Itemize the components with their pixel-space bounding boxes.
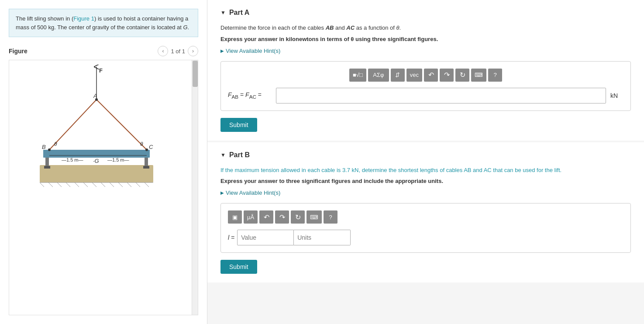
scroll-thumb <box>193 61 198 87</box>
svg-text:—1.5 m—: —1.5 m— <box>62 157 83 162</box>
scroll-bar[interactable] <box>192 60 198 315</box>
right-panel: ▼ Part A Determine the force in each of … <box>207 0 644 324</box>
svg-line-10 <box>110 183 114 187</box>
part-b-reload-btn[interactable]: ↻ <box>291 210 305 224</box>
svg-line-7 <box>83 183 88 187</box>
svg-line-11 <box>118 183 123 187</box>
part-a-header: ▼ Part A <box>220 9 631 17</box>
arrows-btn[interactable]: ⇵ <box>391 69 405 82</box>
part-b-instructions: Express your answer to three significant… <box>220 178 631 184</box>
value-input[interactable] <box>237 230 294 245</box>
svg-text:—1.5 m—: —1.5 m— <box>107 157 129 162</box>
svg-line-22 <box>96 100 147 150</box>
part-a-answer-box: ■√□ ΑΣφ ⇵ vec ↶ ↷ ↻ ⌨ ? FAB = FAC = kN <box>220 61 631 111</box>
svg-text:θ: θ <box>140 141 143 147</box>
figure-link[interactable]: Figure 1 <box>73 15 94 22</box>
figure-nav: ‹ 1 of 1 › <box>158 46 198 56</box>
figure-prev-btn[interactable]: ‹ <box>158 46 168 56</box>
svg-rect-18 <box>44 166 50 169</box>
part-b-answer-box: ▣ μÅ ↶ ↷ ↻ ⌨ ? l = <box>220 203 631 253</box>
left-panel: The lift sling shown in (Figure 1) is us… <box>0 0 207 324</box>
figure-title: Figure <box>9 48 28 55</box>
part-b-title: Part B <box>229 151 250 159</box>
problem-g: G <box>183 24 187 31</box>
svg-line-6 <box>75 183 79 187</box>
part-b-submit-btn[interactable]: Submit <box>220 260 257 274</box>
part-a-collapse-icon[interactable]: ▼ <box>220 10 226 16</box>
equation-label: FAB = FAC = <box>228 91 272 100</box>
figure-header: Figure ‹ 1 of 1 › <box>9 46 198 56</box>
equation-unit: kN <box>610 92 623 99</box>
value-label: l = <box>228 234 234 241</box>
figure-scroll-area: ·G <box>9 60 198 315</box>
svg-text:F: F <box>99 67 103 74</box>
problem-text-1: The lift sling shown in ( <box>16 15 73 22</box>
part-b-header: ▼ Part B <box>220 151 631 159</box>
part-b-help-btn[interactable]: ? <box>324 210 337 224</box>
svg-rect-17 <box>145 158 148 167</box>
svg-text:θ: θ <box>54 141 57 147</box>
svg-line-2 <box>40 183 44 187</box>
part-b-collapse-icon[interactable]: ▼ <box>220 152 226 158</box>
svg-line-9 <box>101 183 105 187</box>
svg-line-4 <box>57 183 62 187</box>
svg-text:A: A <box>93 93 97 99</box>
part-a-instructions: Express your answer in kilonewtons in te… <box>220 36 631 42</box>
svg-point-27 <box>145 148 148 151</box>
svg-line-5 <box>66 183 70 187</box>
reload-btn[interactable]: ↻ <box>455 69 469 82</box>
svg-line-8 <box>92 183 96 187</box>
part-b-keyboard-btn[interactable]: ⌨ <box>307 210 322 224</box>
svg-text:·G: ·G <box>93 158 99 164</box>
redo-btn[interactable]: ↷ <box>440 69 454 82</box>
part-b-hints-arrow-icon: ▶ <box>220 190 224 195</box>
svg-line-3 <box>48 183 53 187</box>
part-b-mu-btn[interactable]: μÅ <box>244 210 258 224</box>
part-b-section: ▼ Part B If the maximum tension allowed … <box>207 142 644 283</box>
part-a-view-hints[interactable]: ▶ View Available Hint(s) <box>220 48 631 54</box>
svg-rect-15 <box>43 150 150 158</box>
part-b-description: If the maximum tension allowed in each c… <box>220 166 631 175</box>
part-a-toolbar: ■√□ ΑΣφ ⇵ vec ↶ ↷ ↻ ⌨ ? <box>228 69 623 82</box>
part-a-section: ▼ Part A Determine the force in each of … <box>207 0 644 141</box>
part-b-value-units-row: l = <box>228 230 623 245</box>
figure-svg: ·G <box>14 65 184 191</box>
hints-arrow-icon: ▶ <box>220 48 224 53</box>
part-a-submit-btn[interactable]: Submit <box>220 118 257 132</box>
undo-btn[interactable]: ↶ <box>424 69 438 82</box>
figure-container: ·G <box>9 60 198 315</box>
problem-statement: The lift sling shown in (Figure 1) is us… <box>9 9 198 37</box>
keyboard-btn[interactable]: ⌨ <box>471 69 486 82</box>
vec-btn[interactable]: vec <box>406 69 422 82</box>
part-a-equation-row: FAB = FAC = kN <box>228 88 623 103</box>
help-btn[interactable]: ? <box>488 69 502 82</box>
figure-next-btn[interactable]: › <box>188 46 198 56</box>
figure-nav-count: 1 of 1 <box>171 48 185 55</box>
svg-line-13 <box>136 183 140 187</box>
fractions-btn[interactable]: ■√□ <box>349 69 366 82</box>
svg-line-14 <box>145 183 149 187</box>
units-input[interactable] <box>294 230 351 245</box>
problem-text-3: . <box>188 24 189 31</box>
figure-section: Figure ‹ 1 of 1 › <box>9 46 198 315</box>
sigma-btn[interactable]: ΑΣφ <box>368 69 389 82</box>
equation-input[interactable] <box>276 88 606 103</box>
part-a-title: Part A <box>229 9 250 17</box>
svg-text:B: B <box>42 144 46 150</box>
svg-text:C: C <box>149 144 153 150</box>
svg-rect-0 <box>40 165 153 183</box>
svg-rect-16 <box>45 158 49 167</box>
part-b-toolbar: ▣ μÅ ↶ ↷ ↻ ⌨ ? <box>228 210 623 224</box>
part-b-redo-btn[interactable]: ↷ <box>275 210 289 224</box>
part-b-undo-btn[interactable]: ↶ <box>259 210 273 224</box>
part-a-description: Determine the force in each of the cable… <box>220 24 631 32</box>
svg-rect-19 <box>143 166 149 169</box>
part-b-fractions-btn[interactable]: ▣ <box>228 210 242 224</box>
part-b-view-hints[interactable]: ▶ View Available Hint(s) <box>220 190 631 196</box>
svg-line-12 <box>127 183 131 187</box>
svg-point-26 <box>48 148 51 151</box>
